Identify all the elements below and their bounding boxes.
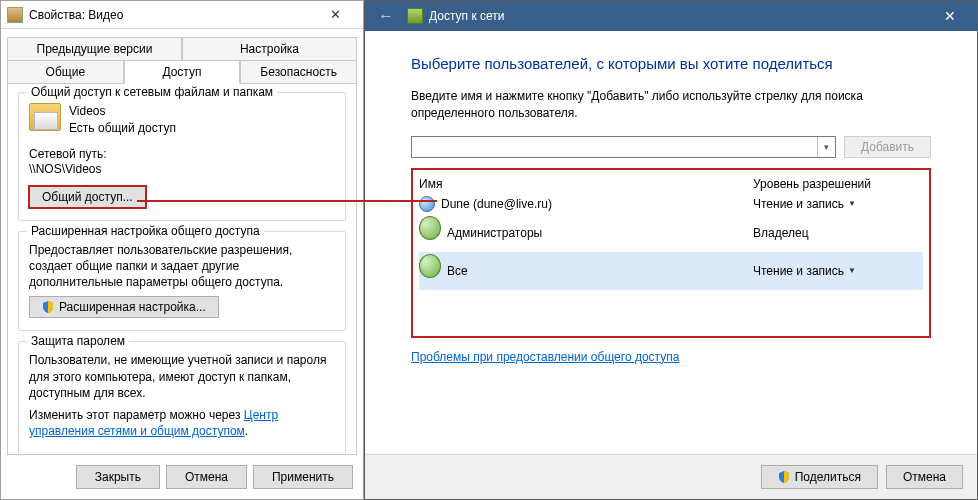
group-advanced-title: Расширенная настройка общего доступа xyxy=(27,224,264,238)
user-row[interactable]: АдминистраторыВладелец xyxy=(419,214,923,252)
advanced-share-button[interactable]: Расширенная настройка... xyxy=(29,296,219,318)
wizard-titlebar[interactable]: ← Доступ к сети ✕ xyxy=(365,1,977,31)
chevron-down-icon[interactable]: ▾ xyxy=(817,137,835,157)
tab-general[interactable]: Общие xyxy=(7,60,124,83)
password-change-prefix: Изменить этот параметр можно через xyxy=(29,408,244,422)
tab-security[interactable]: Безопасность xyxy=(240,60,357,83)
group-password-title: Защита паролем xyxy=(27,334,129,348)
tab-sharing-page: Общий доступ к сетевым файлам и папкам V… xyxy=(7,83,357,455)
permission-cell: Владелец xyxy=(753,226,923,240)
user-icon xyxy=(419,196,435,212)
permission-cell[interactable]: Чтение и запись▼ xyxy=(753,264,923,278)
permission-cell[interactable]: Чтение и запись▼ xyxy=(753,197,923,211)
properties-title: Свойства: Видео xyxy=(29,8,123,22)
share-confirm-button[interactable]: Поделиться xyxy=(761,465,878,489)
password-change-suffix: . xyxy=(245,424,248,438)
group-password-protect: Защита паролем Пользователи, не имеющие … xyxy=(18,341,346,455)
advanced-share-desc: Предоставляет пользовательские разрешени… xyxy=(29,242,335,291)
tab-sharing[interactable]: Доступ xyxy=(124,60,241,84)
network-share-icon xyxy=(407,8,423,24)
user-name-cell: Администраторы xyxy=(447,226,542,240)
group-network-share-title: Общий доступ к сетевым файлам и папкам xyxy=(27,85,277,99)
chevron-down-icon: ▼ xyxy=(848,266,856,275)
close-dialog-button[interactable]: Закрыть xyxy=(76,465,160,489)
troubleshoot-link[interactable]: Проблемы при предоставлении общего досту… xyxy=(411,350,679,364)
network-path-value: \\NOS\Videos xyxy=(29,162,335,178)
chevron-down-icon: ▼ xyxy=(848,199,856,208)
tab-customize[interactable]: Настройка xyxy=(182,37,357,60)
wizard-heading: Выберите пользователей, с которыми вы хо… xyxy=(411,55,931,72)
user-row[interactable]: Dune (dune@live.ru)Чтение и запись▼ xyxy=(419,194,923,214)
tab-previous-versions[interactable]: Предыдущие версии xyxy=(7,37,182,60)
tabs: Предыдущие версии Настройка Общие Доступ… xyxy=(7,37,357,83)
column-name[interactable]: Имя xyxy=(419,177,753,191)
share-button[interactable]: Общий доступ... xyxy=(29,186,146,208)
advanced-share-button-label: Расширенная настройка... xyxy=(59,300,206,314)
wizard-footer: Поделиться Отмена xyxy=(365,454,977,499)
shared-folder-icon xyxy=(29,103,61,131)
user-name-cell: Все xyxy=(447,264,468,278)
group-advanced-share: Расширенная настройка общего доступа Пре… xyxy=(18,231,346,332)
password-protect-desc: Пользователи, не имеющие учетной записи … xyxy=(29,352,335,401)
wizard-subtext: Введите имя и нажмите кнопку "Добавить" … xyxy=(411,88,931,122)
close-button[interactable]: ✕ xyxy=(927,1,973,31)
user-row[interactable]: ВсеЧтение и запись▼ xyxy=(419,252,923,290)
properties-dialog: Свойства: Видео ✕ Предыдущие версии Наст… xyxy=(0,0,364,500)
add-button[interactable]: Добавить xyxy=(844,136,931,158)
group-icon xyxy=(419,254,441,278)
folder-share-state: Есть общий доступ xyxy=(69,120,176,137)
back-button[interactable]: ← xyxy=(375,5,397,27)
folder-icon xyxy=(7,7,23,23)
group-icon xyxy=(419,216,441,240)
wizard-title: Доступ к сети xyxy=(429,9,504,23)
wizard-body: Выберите пользователей, с которыми вы хо… xyxy=(365,31,977,454)
user-name-combo[interactable]: ▾ xyxy=(411,136,836,158)
network-access-wizard: ← Доступ к сети ✕ Выберите пользователей… xyxy=(364,0,978,500)
folder-name: Videos xyxy=(69,103,176,120)
wizard-cancel-button[interactable]: Отмена xyxy=(886,465,963,489)
column-permission[interactable]: Уровень разрешений xyxy=(753,177,923,191)
properties-footer: Закрыть Отмена Применить xyxy=(1,455,363,499)
cancel-button[interactable]: Отмена xyxy=(166,465,247,489)
password-change-line: Изменить этот параметр можно через Центр… xyxy=(29,407,335,439)
network-path-label: Сетевой путь: xyxy=(29,147,335,163)
user-permission-list: Имя Уровень разрешений Dune (dune@live.r… xyxy=(411,168,931,338)
annotation-connector-line xyxy=(137,200,437,202)
apply-button[interactable]: Применить xyxy=(253,465,353,489)
share-confirm-label: Поделиться xyxy=(795,470,861,484)
close-button[interactable]: ✕ xyxy=(313,5,357,25)
properties-titlebar[interactable]: Свойства: Видео ✕ xyxy=(1,1,363,29)
shield-icon xyxy=(42,301,54,313)
shield-icon xyxy=(778,471,790,483)
user-name-cell: Dune (dune@live.ru) xyxy=(441,197,552,211)
